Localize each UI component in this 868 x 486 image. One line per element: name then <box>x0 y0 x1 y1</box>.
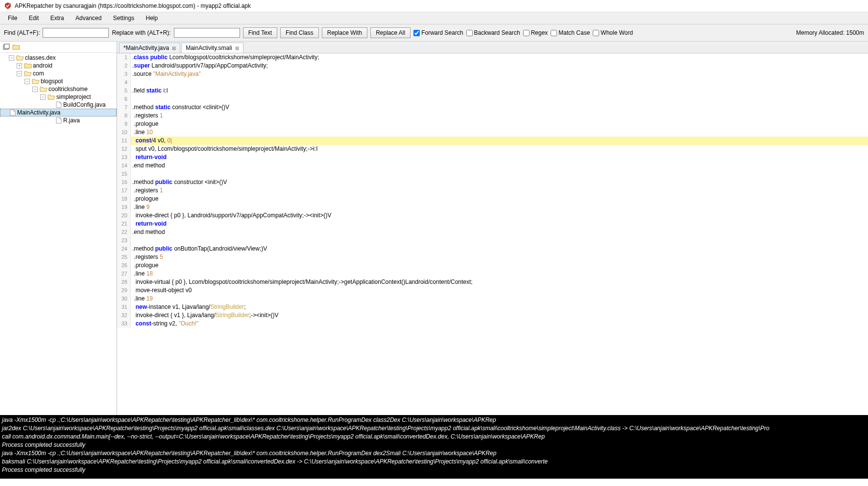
line-number: 1 <box>117 53 131 62</box>
line-number: 19 <box>117 203 131 211</box>
line-number: 16 <box>117 178 131 186</box>
folder-icon <box>24 62 32 69</box>
tree-node-blogspot[interactable]: −blogspot <box>0 77 117 85</box>
tree-panel: −classes.dex +android −com −blogspot −co… <box>0 42 117 415</box>
line-number: 29 <box>117 286 131 295</box>
line-number: 2 <box>117 62 131 70</box>
line-number: 30 <box>117 295 131 303</box>
line-number: 12 <box>117 145 131 153</box>
tree-toggle-icon[interactable]: − <box>17 71 22 76</box>
expand-tree-icon[interactable] <box>12 43 21 51</box>
console-line: java -Xmx1500m -cp .;C:\Users\anjain\wor… <box>2 449 866 458</box>
tab-bar: *MainActivity.java⊠ MainActivity.smali⊠ <box>117 42 868 53</box>
line-number: 22 <box>117 228 131 236</box>
svg-rect-1 <box>4 44 9 48</box>
tree-toggle-icon[interactable]: − <box>32 87 38 92</box>
line-number: 4 <box>117 78 131 87</box>
folder-open-icon <box>48 93 55 100</box>
line-number: 31 <box>117 303 131 311</box>
tree-node-android[interactable]: +android <box>0 62 117 69</box>
forward-search-label: Forward Search <box>421 29 463 36</box>
tree-toggle-icon[interactable]: − <box>9 55 14 61</box>
tree-node-r[interactable]: R.java <box>0 116 117 124</box>
backward-search-checkbox[interactable]: Backward Search <box>466 29 520 36</box>
matchcase-checkbox[interactable]: Match Case <box>551 29 590 36</box>
line-number: 26 <box>117 261 131 270</box>
line-number: 9 <box>117 120 131 128</box>
tab-mainactivity-smali[interactable]: MainActivity.smali⊠ <box>181 43 243 53</box>
replace-all-button[interactable]: Replace All <box>370 27 410 38</box>
regex-label: Regex <box>531 29 548 36</box>
find-text-button[interactable]: Find Text <box>243 27 277 38</box>
line-number: 3 <box>117 70 131 78</box>
toolbar: Find (ALT+F): Replace with (ALT+R): Find… <box>0 24 868 42</box>
line-number: 32 <box>117 311 131 320</box>
tree-node-mainactivity[interactable]: MainActivity.java <box>0 109 117 116</box>
line-number: 14 <box>117 162 131 170</box>
replace-input[interactable] <box>174 28 240 38</box>
tree-label: BuildConfig.java <box>63 101 106 108</box>
line-number: 13 <box>117 153 131 162</box>
tree-spacer <box>48 102 53 108</box>
menu-settings[interactable]: Settings <box>108 13 139 23</box>
tree-label: com <box>33 70 44 77</box>
find-class-button[interactable]: Find Class <box>280 27 319 38</box>
tree-toggle-icon[interactable]: − <box>24 79 30 84</box>
console-line: jar2dex C:\Users\anjain\workspace\APKRep… <box>2 424 866 433</box>
file-tree: −classes.dex +android −com −blogspot −co… <box>0 53 117 125</box>
menu-file[interactable]: File <box>3 13 22 23</box>
tree-label: android <box>33 62 52 69</box>
line-number: 6 <box>117 95 131 103</box>
tab-label: *MainActivity.java <box>123 45 169 51</box>
matchcase-label: Match Case <box>558 29 590 36</box>
line-number: 18 <box>117 195 131 203</box>
line-number: 5 <box>117 87 131 95</box>
menu-edit[interactable]: Edit <box>24 13 44 23</box>
line-number: 11 <box>117 137 131 145</box>
console-line: java -Xmx1500m -cp .;C:\Users\anjain\wor… <box>2 416 866 424</box>
regex-checkbox[interactable]: Regex <box>523 29 548 36</box>
console-line: baksmali C:\Users\anjain\workspace\APKRe… <box>2 458 866 466</box>
tree-node-com[interactable]: −com <box>0 69 117 77</box>
folder-open-icon <box>24 70 32 77</box>
wholeword-checkbox[interactable]: Whole Word <box>593 29 633 36</box>
line-number: 8 <box>117 112 131 120</box>
code-editor[interactable]: 1.class public Lcom/blogspot/cooltricksh… <box>117 53 868 415</box>
folder-open-icon <box>16 54 24 61</box>
file-icon <box>55 117 62 124</box>
tab-label: MainActivity.smali <box>186 45 232 51</box>
menu-extra[interactable]: Extra <box>46 13 69 23</box>
close-icon[interactable]: ⊠ <box>234 45 240 51</box>
memory-label: Memory Allocated: 1500m <box>796 29 864 36</box>
menu-advanced[interactable]: Advanced <box>71 13 106 23</box>
folder-open-icon <box>32 78 40 85</box>
line-number: 25 <box>117 253 131 261</box>
find-label: Find (ALT+F): <box>4 29 40 36</box>
window-title: APKRepatcher by csanuragjain (https://co… <box>15 2 251 9</box>
line-number: 23 <box>117 236 131 245</box>
tree-spacer <box>2 110 7 116</box>
tree-label: classes.dex <box>25 54 56 61</box>
folder-open-icon <box>40 86 48 93</box>
forward-search-checkbox[interactable]: Forward Search <box>413 29 463 36</box>
tab-mainactivity-java[interactable]: *MainActivity.java⊠ <box>119 43 180 53</box>
tree-node-cooltrickshome[interactable]: −cooltrickshome <box>0 85 117 93</box>
line-number: 10 <box>117 128 131 137</box>
collapse-all-icon[interactable] <box>2 43 11 51</box>
close-icon[interactable]: ⊠ <box>171 45 177 51</box>
tree-node-classes-dex[interactable]: −classes.dex <box>0 54 117 62</box>
find-input[interactable] <box>43 28 109 38</box>
menu-help[interactable]: Help <box>141 13 163 23</box>
console-line: call com.android.dx.command.Main.main[--… <box>2 433 866 441</box>
replace-with-button[interactable]: Replace With <box>322 27 367 38</box>
tree-label: cooltrickshome <box>48 86 88 93</box>
tree-node-buildconfig[interactable]: BuildConfig.java <box>0 101 117 109</box>
console-line: Process completed successfully <box>2 466 866 474</box>
line-number: 21 <box>117 220 131 228</box>
tree-toggle-icon[interactable]: − <box>40 94 46 100</box>
tree-label: R.java <box>63 117 80 124</box>
tree-node-simpleproject[interactable]: −simpleproject <box>0 93 117 101</box>
line-number: 24 <box>117 245 131 253</box>
backward-search-label: Backward Search <box>474 29 520 36</box>
tree-toggle-icon[interactable]: + <box>17 63 22 69</box>
